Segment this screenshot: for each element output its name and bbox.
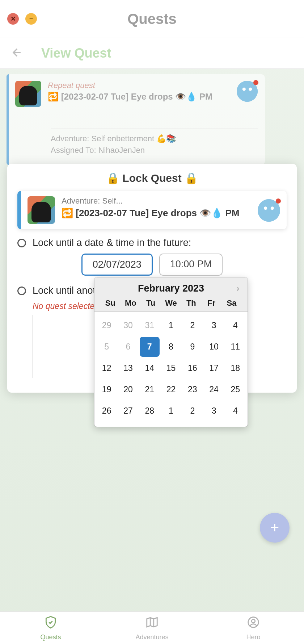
calendar-day[interactable]: 8 — [161, 337, 181, 357]
repeat-label: Repeat quest — [48, 81, 230, 90]
calendar-day[interactable]: 2 — [182, 315, 202, 335]
calendar-day[interactable]: 2 — [182, 401, 202, 421]
weekday-label: Sa — [221, 298, 242, 308]
calendar-day[interactable]: 3 — [204, 315, 224, 335]
add-button[interactable]: + — [260, 513, 290, 543]
notification-dot-icon — [276, 198, 281, 204]
bottom-nav: Quests Adventures Hero — [0, 611, 304, 644]
radio-icon[interactable] — [17, 287, 26, 295]
quest-adventure: Adventure: Self enbetterment 💪📚 — [51, 134, 258, 143]
hero-icon — [246, 615, 260, 632]
weekday-label: Tu — [141, 298, 161, 308]
calendar-day[interactable]: 22 — [161, 380, 181, 400]
nav-quests[interactable]: Quests — [0, 612, 101, 644]
calendar-day[interactable]: 24 — [204, 380, 224, 400]
calendar-day[interactable]: 10 — [204, 337, 224, 357]
calendar-day[interactable]: 4 — [225, 315, 245, 335]
weekday-label: Th — [181, 298, 201, 308]
calendar-day[interactable]: 15 — [161, 358, 181, 378]
modal-assignee-avatar[interactable] — [258, 199, 280, 222]
lock-option-quest-label: Lock until anot — [33, 285, 96, 296]
lock-option-datetime-label: Lock until a date & time in the future: — [33, 237, 191, 248]
calendar-day[interactable]: 5 — [97, 337, 117, 357]
calendar-day[interactable]: 27 — [118, 401, 138, 421]
weekday-label: We — [161, 298, 181, 308]
modal-quest-adventure: Adventure: Self... — [62, 196, 251, 206]
calendar-day[interactable]: 29 — [97, 315, 117, 335]
subheader: View Quest — [0, 38, 304, 69]
calendar-day[interactable]: 23 — [182, 380, 202, 400]
weekday-label: Fr — [201, 298, 221, 308]
calendar-day[interactable]: 1 — [161, 315, 181, 335]
modal-title: 🔒 Lock Quest 🔒 — [17, 172, 287, 184]
map-icon — [145, 615, 159, 632]
back-arrow-icon[interactable] — [11, 46, 23, 60]
quest-assigned: Assigned To: NihaoJenJen — [51, 146, 258, 155]
page-title: View Quest — [41, 46, 111, 61]
radio-icon[interactable] — [17, 239, 26, 247]
titlebar: ✕ − Quests — [0, 0, 304, 38]
svg-point-1 — [252, 619, 255, 623]
quest-avatar — [15, 81, 41, 107]
modal-quest-card[interactable]: Adventure: Self... 🔁 [2023-02-07 Tue] Ey… — [17, 191, 287, 229]
calendar-day[interactable]: 26 — [97, 401, 117, 421]
calendar-day[interactable]: 19 — [97, 380, 117, 400]
weekday-label: Su — [100, 298, 121, 308]
assignee-avatar[interactable] — [237, 81, 258, 102]
nav-hero-label: Hero — [246, 633, 260, 641]
nav-quests-label: Quests — [40, 633, 61, 641]
nav-hero[interactable]: Hero — [203, 612, 304, 644]
lock-option-datetime[interactable]: Lock until a date & time in the future: — [17, 237, 287, 248]
calendar-day[interactable]: 17 — [204, 358, 224, 378]
datepicker: ‹ February 2023 › SuMoTuWeThFrSa 2930311… — [94, 277, 248, 427]
app-title: Quests — [127, 11, 177, 27]
divider — [51, 129, 258, 129]
nav-adventures-label: Adventures — [135, 633, 168, 641]
calendar-day[interactable]: 31 — [140, 315, 160, 335]
calendar-day[interactable]: 20 — [118, 380, 138, 400]
calendar-day[interactable]: 18 — [225, 358, 245, 378]
calendar-day[interactable]: 3 — [204, 401, 224, 421]
calendar-day[interactable]: 28 — [140, 401, 160, 421]
calendar-day[interactable]: 30 — [118, 315, 138, 335]
window-controls: ✕ − — [7, 13, 37, 25]
notification-dot-icon — [253, 80, 258, 85]
calendar-day[interactable]: 25 — [225, 380, 245, 400]
calendar-day[interactable]: 4 — [225, 401, 245, 421]
calendar-day[interactable]: 16 — [182, 358, 202, 378]
datepicker-month: February 2023 — [108, 283, 234, 294]
calendar-day[interactable]: 21 — [140, 380, 160, 400]
calendar-day[interactable]: 13 — [118, 358, 138, 378]
quest-card[interactable]: Repeat quest 🔁 [2023-02-07 Tue] Eye drop… — [7, 74, 265, 165]
calendar-day[interactable]: 1 — [161, 401, 181, 421]
calendar-day[interactable]: 14 — [140, 358, 160, 378]
window-close-button[interactable]: ✕ — [7, 13, 19, 25]
next-month-button[interactable]: › — [234, 283, 242, 294]
calendar-day[interactable]: 12 — [97, 358, 117, 378]
weekday-label: Mo — [121, 298, 141, 308]
datepicker-arrow-icon — [122, 277, 130, 278]
shield-icon — [44, 615, 58, 632]
modal-quest-avatar — [28, 196, 55, 224]
nav-adventures[interactable]: Adventures — [101, 612, 203, 644]
window-minimize-button[interactable]: − — [25, 13, 37, 25]
plus-icon: + — [270, 519, 279, 536]
quest-title: 🔁 [2023-02-07 Tue] Eye drops 👁️💧 PM — [48, 92, 230, 102]
calendar-day[interactable]: 11 — [225, 337, 245, 357]
time-input[interactable]: 10:00 PM — [159, 254, 223, 276]
date-input[interactable]: 02/07/2023 — [81, 254, 153, 276]
calendar-day[interactable]: 7 — [140, 337, 160, 357]
modal-quest-title: 🔁 [2023-02-07 Tue] Eye drops 👁️💧 PM — [62, 206, 251, 219]
calendar-day[interactable]: 9 — [182, 337, 202, 357]
calendar-day[interactable]: 6 — [118, 337, 138, 357]
